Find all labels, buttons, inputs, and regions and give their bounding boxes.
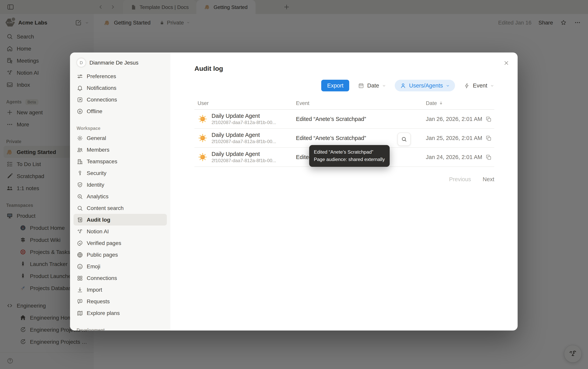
- settings-nav-label: General: [87, 135, 106, 141]
- copy-icon[interactable]: [485, 116, 492, 122]
- settings-nav-icon: [77, 228, 83, 235]
- close-button[interactable]: [501, 58, 511, 68]
- settings-nav-icon: [77, 96, 83, 103]
- settings-nav-list: Preferences Notifications Connections: [73, 70, 167, 330]
- settings-nav-icon: [77, 170, 83, 176]
- account-row[interactable]: D Dianmarie De Jesus: [73, 56, 167, 70]
- date-value: Jan 26, 2026, 2:01 AM: [426, 116, 482, 122]
- filter-chip[interactable]: Users/Agents: [395, 80, 455, 91]
- settings-nav-item[interactable]: Workspace: [73, 124, 167, 132]
- settings-nav: D Dianmarie De Jesus Preferences Notific…: [70, 52, 170, 330]
- settings-nav-label: Workspace: [77, 126, 100, 131]
- settings-nav-icon: [77, 73, 83, 80]
- settings-nav-item[interactable]: Analytics: [73, 191, 167, 202]
- avatar: D: [77, 58, 86, 67]
- settings-nav-item[interactable]: Emoji: [73, 260, 167, 272]
- settings-nav-item[interactable]: Explore plans: [73, 307, 167, 319]
- column-header-user: User: [197, 100, 296, 106]
- previous-button[interactable]: Previous: [449, 176, 471, 182]
- close-icon: [503, 60, 509, 66]
- settings-nav-label: Members: [87, 147, 110, 153]
- date-cell: Jan 26, 2026, 2:01 AM: [426, 116, 494, 122]
- copy-icon[interactable]: [485, 154, 492, 160]
- settings-nav-icon: [77, 310, 83, 316]
- filter-icon: [358, 82, 364, 89]
- settings-nav-icon: [77, 286, 83, 293]
- agent-id: 2f102087-daa7-812a-8f1b-00...: [212, 158, 276, 164]
- settings-nav-item[interactable]: Requests: [73, 296, 167, 307]
- next-button[interactable]: Next: [483, 176, 494, 182]
- settings-nav-icon: [77, 146, 83, 153]
- settings-nav-icon: [77, 193, 83, 200]
- settings-nav-icon: [77, 181, 83, 188]
- settings-nav-label: Connections: [87, 96, 117, 103]
- date-cell: Jan 25, 2026, 2:01 AM: [426, 135, 494, 141]
- settings-nav-label: Requests: [87, 298, 110, 305]
- column-header-date[interactable]: Date: [426, 100, 494, 106]
- settings-nav-item[interactable]: Public pages: [73, 249, 167, 260]
- settings-nav-item[interactable]: Security: [73, 167, 167, 179]
- settings-nav-label: Public pages: [87, 252, 118, 258]
- settings-nav-item[interactable]: Connections: [73, 272, 167, 284]
- settings-nav-label: Audit log: [87, 216, 110, 223]
- table-row[interactable]: Daily Update Agent 2f102087-daa7-812a-8f…: [195, 110, 494, 129]
- app-window: Template Docs | Docs Getting Started ACM…: [0, 0, 588, 369]
- settings-nav-item[interactable]: Development: [73, 326, 167, 330]
- settings-nav-label: Identity: [87, 182, 104, 188]
- user-cell: Daily Update Agent 2f102087-daa7-812a-8f…: [197, 132, 296, 145]
- settings-nav-item[interactable]: Connections: [73, 94, 167, 105]
- user-info: Daily Update Agent 2f102087-daa7-812a-8f…: [212, 112, 276, 126]
- filter-chip[interactable]: Event: [464, 80, 494, 91]
- settings-nav-item[interactable]: Members: [73, 144, 167, 155]
- settings-nav-item[interactable]: Notion AI: [73, 226, 167, 237]
- column-header-event: Event: [296, 100, 426, 106]
- settings-nav-item[interactable]: Preferences: [73, 70, 167, 82]
- settings-nav-item[interactable]: General: [73, 132, 167, 144]
- search-icon: [401, 136, 407, 142]
- settings-nav-icon: [77, 158, 83, 165]
- settings-nav-label: Notifications: [87, 85, 116, 91]
- settings-nav-icon: [77, 85, 83, 91]
- filter-chip[interactable]: Date: [358, 80, 386, 91]
- settings-nav-label: Import: [87, 287, 102, 293]
- tooltip-line-2: Page audience: shared externally: [314, 156, 385, 163]
- settings-nav-label: Security: [87, 170, 106, 176]
- user-info: Daily Update Agent 2f102087-daa7-812a-8f…: [212, 151, 276, 164]
- settings-nav-item[interactable]: Audit log: [73, 214, 167, 226]
- settings-nav-item[interactable]: Content search: [73, 202, 167, 214]
- settings-nav-icon: [77, 135, 83, 141]
- settings-nav-item[interactable]: Notifications: [73, 82, 167, 94]
- agent-sun-icon: [197, 152, 208, 162]
- settings-nav-item[interactable]: Verified pages: [73, 237, 167, 249]
- modal-title: Audit log: [195, 65, 494, 73]
- settings-nav-label: Offline: [87, 108, 102, 114]
- export-button[interactable]: Export: [321, 80, 350, 91]
- agent-sun-icon: [197, 133, 208, 143]
- settings-nav-item[interactable]: Identity: [73, 179, 167, 191]
- settings-modal: D Dianmarie De Jesus Preferences Notific…: [70, 52, 518, 330]
- settings-nav-label: Content search: [87, 205, 124, 211]
- settings-nav-label: Development: [77, 328, 105, 330]
- settings-nav-icon: [77, 216, 83, 223]
- settings-nav-icon: [77, 205, 83, 211]
- settings-nav-label: Explore plans: [87, 310, 120, 316]
- sort-descending-icon: [438, 101, 443, 105]
- settings-nav-item[interactable]: Teamspaces: [73, 155, 167, 167]
- settings-nav-label: Preferences: [87, 73, 116, 79]
- settings-nav-label: Connections: [87, 275, 117, 281]
- audit-log-panel: Audit log Export Date Users/Agents: [170, 52, 518, 330]
- filter-bar: Export Date Users/Agents: [195, 80, 494, 91]
- settings-nav-item[interactable]: Offline: [73, 105, 167, 117]
- pagination: Previous Next: [195, 176, 494, 182]
- settings-nav-icon: [77, 263, 83, 270]
- tooltip-line-1: Edited “Anete’s Scratchpad”: [314, 149, 385, 156]
- row-search-button[interactable]: [397, 133, 411, 146]
- account-name: Dianmarie De Jesus: [89, 60, 138, 66]
- chevron-down-icon: [490, 83, 494, 88]
- copy-icon[interactable]: [485, 135, 492, 141]
- settings-nav-icon: [77, 275, 83, 281]
- settings-nav-icon: [77, 251, 83, 258]
- settings-nav-item[interactable]: Import: [73, 284, 167, 296]
- chevron-down-icon: [446, 83, 450, 88]
- date-value: Jan 25, 2026, 2:01 AM: [426, 135, 482, 141]
